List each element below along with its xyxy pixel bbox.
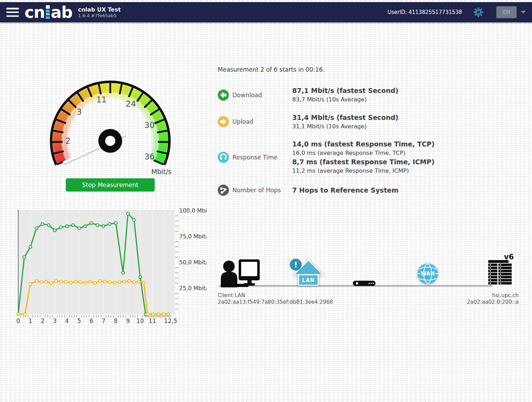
svg-text:10: 10 [136, 317, 144, 324]
server-host: hsi.upc.ch [467, 292, 519, 299]
hops-label: Number of Hops [232, 187, 281, 194]
network-path-diagram: LAN ! WAN v6 [214, 252, 522, 292]
hops-value: 7 Hops to Reference System [292, 186, 398, 195]
svg-text:100,0 Mbit/s: 100,0 Mbit/s [179, 207, 206, 214]
chevron-down-icon[interactable] [521, 11, 526, 14]
result-row-hops: Number of Hops [218, 185, 281, 196]
upload-fastest: 31,4 Mbit/s (fastest Second) [292, 113, 398, 122]
rt-average-tcp: 16,0 ms (average Response Time, TCP) [292, 149, 435, 157]
svg-text:6: 6 [90, 317, 93, 324]
measurement-status: Measurement 2 of 6 starts in 00:16. [218, 66, 325, 73]
svg-text:24: 24 [126, 99, 136, 108]
svg-text:8: 8 [114, 317, 118, 324]
modem-icon [353, 281, 376, 286]
client-info: Client LAN 2a02:aa13:f549:7a80:35ef:db81… [218, 292, 333, 306]
result-row-download: Download [218, 89, 262, 101]
download-label: Download [232, 92, 262, 99]
download-icon [218, 89, 229, 101]
download-fastest: 87,1 Mbit/s (fastest Second) [292, 86, 398, 95]
wan-label: WAN [421, 271, 435, 277]
logo-text-left: cn [24, 6, 45, 19]
rt-average-icmp: 11,2 ms (average Response Time, ICMP) [292, 166, 435, 175]
client-address: 2a02:aa13:f549:7a80:35ef:db81:3ee4:2968 [218, 299, 333, 306]
logo-signal-bar-icon [46, 5, 50, 19]
speed-gauge: 2311243036 Mbit/s [46, 77, 178, 189]
svg-text:4: 4 [65, 317, 69, 324]
rt-fastest-icmp: 8,7 ms (fastest Response Time, ICMP) [292, 157, 435, 166]
gear-icon[interactable] [473, 7, 484, 17]
throughput-chart: 25,0 Mbit/s50,0 Mbit/s75,0 Mbit/s100,0 M… [14, 207, 206, 326]
svg-text:50,0 Mbit/s: 50,0 Mbit/s [179, 259, 206, 266]
rt-fastest-tcp: 14,0 ms (fastest Response Time, TCP) [292, 139, 435, 149]
hops-icon [218, 185, 229, 196]
svg-text:11: 11 [148, 317, 156, 324]
svg-text:75,0 Mbit/s: 75,0 Mbit/s [179, 233, 206, 240]
app-version: 1.6.4 #7fe65ab5 [78, 13, 121, 19]
svg-text:30: 30 [145, 121, 155, 130]
menu-icon[interactable] [6, 8, 19, 17]
svg-text:11: 11 [96, 95, 106, 104]
navbar: cn ab cnlab UX Test 1.6.4 #7fe65ab5 User… [0, 2, 532, 22]
gauge-unit-label: Mbit/s [152, 168, 172, 175]
logo-text-right: ab [51, 6, 72, 19]
server-ipv6-badge: v6 [504, 253, 514, 261]
svg-text:1: 1 [28, 317, 32, 324]
client-title: Client LAN [218, 292, 333, 299]
response-time-icon [218, 152, 229, 163]
response-time-values: 14,0 ms (fastest Response Time, TCP) 16,… [292, 139, 435, 175]
stop-measurement-button[interactable]: Stop Measurement [66, 178, 155, 192]
server-address: 2a02:aa02:0:200::a [467, 299, 519, 306]
upload-average: 31,1 Mbit/s (10s Average) [292, 122, 398, 131]
server-info: hsi.upc.ch 2a02:aa02:0:200::a [467, 292, 519, 306]
lan-label: LAN [302, 277, 315, 283]
response-time-label: Response Time [232, 154, 278, 161]
result-row-response-time: Response Time [218, 152, 278, 163]
svg-text:12,5: 12,5 [164, 317, 177, 324]
svg-text:0: 0 [16, 317, 20, 324]
client-computer-icon [221, 259, 260, 287]
download-values: 87,1 Mbit/s (fastest Second) 83,7 Mbit/s… [292, 86, 398, 104]
cnlab-logo: cn ab [24, 5, 72, 19]
app-title-block: cnlab UX Test 1.6.4 #7fe65ab5 [78, 6, 121, 19]
svg-text:25,0 Mbit/s: 25,0 Mbit/s [179, 285, 206, 292]
upload-icon [218, 116, 229, 127]
svg-text:5: 5 [77, 317, 81, 324]
upload-values: 31,4 Mbit/s (fastest Second) 31,1 Mbit/s… [292, 113, 398, 131]
upload-label: Upload [232, 118, 253, 125]
app-title: cnlab UX Test [78, 6, 121, 13]
svg-text:7: 7 [102, 317, 105, 324]
result-row-upload: Upload [218, 116, 253, 127]
svg-text:36: 36 [145, 152, 155, 161]
svg-text:2: 2 [65, 136, 71, 145]
svg-text:3: 3 [77, 107, 82, 116]
svg-text:9: 9 [126, 317, 130, 324]
svg-text:2: 2 [41, 317, 44, 324]
hops-values: 7 Hops to Reference System [292, 186, 398, 195]
download-average: 83,7 Mbit/s (10s Average) [292, 95, 398, 104]
alert-badge-label: ! [294, 260, 298, 269]
user-id: UserID: 4113825517731538 [387, 9, 462, 15]
reference-server-icon [488, 260, 512, 285]
svg-text:3: 3 [53, 317, 57, 324]
settings-button[interactable] [473, 7, 484, 17]
language-select[interactable]: EN [496, 6, 517, 18]
